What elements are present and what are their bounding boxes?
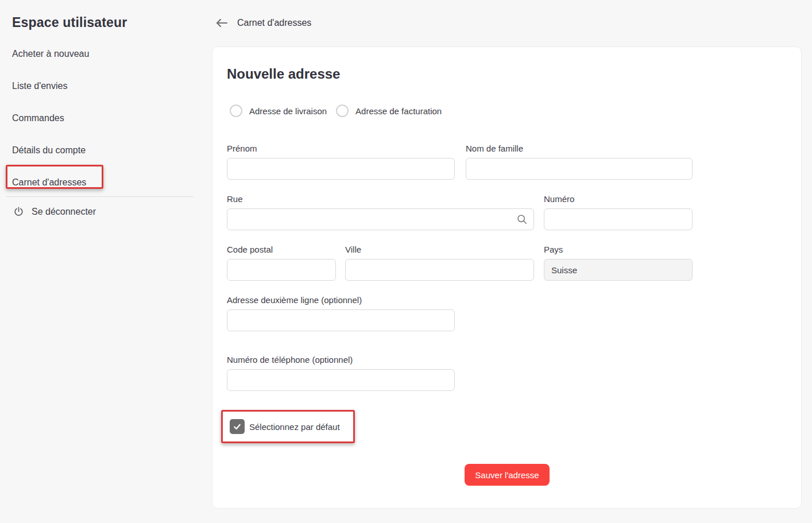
sidebar-item-wishlist[interactable]: Liste d'envies xyxy=(12,76,196,108)
field-phone: Numéro de téléphone (optionnel) xyxy=(227,355,455,391)
default-address-checkbox[interactable]: Sélectionnez par défaut xyxy=(230,419,340,434)
field-address-line2: Adresse deuxième ligne (optionnel) xyxy=(227,295,455,331)
street-input[interactable] xyxy=(227,208,534,230)
field-last-name: Nom de famille xyxy=(466,144,693,180)
last-name-input[interactable] xyxy=(466,158,693,180)
checkbox-label: Sélectionnez par défaut xyxy=(249,422,340,432)
sidebar-item-label: Carnet d'adresses xyxy=(12,177,86,187)
field-country: Pays xyxy=(544,245,693,281)
radio-circle-icon[interactable] xyxy=(336,104,349,117)
postal-code-input[interactable] xyxy=(227,259,336,281)
street-label: Rue xyxy=(227,194,534,204)
sidebar-item-address-book[interactable]: Carnet d'adresses xyxy=(12,172,196,204)
sidebar-item-label: Commandes xyxy=(12,113,64,123)
address-line2-label: Adresse deuxième ligne (optionnel) xyxy=(227,295,455,305)
sidebar-title: Espace utilisateur xyxy=(12,15,127,30)
radio-label: Adresse de facturation xyxy=(355,106,442,116)
sidebar-divider xyxy=(6,196,194,197)
sidebar-item-orders[interactable]: Commandes xyxy=(12,108,196,140)
checkbox-checked-icon[interactable] xyxy=(230,419,245,434)
sidebar-item-buy-again[interactable]: Acheter à nouveau xyxy=(12,44,196,76)
phone-input[interactable] xyxy=(227,369,455,391)
field-postal-code: Code postal xyxy=(227,245,336,281)
field-first-name: Prénom xyxy=(227,144,455,180)
city-input[interactable] xyxy=(345,259,534,281)
last-name-label: Nom de famille xyxy=(466,144,693,154)
city-label: Ville xyxy=(345,245,534,255)
postal-code-label: Code postal xyxy=(227,245,336,255)
radio-circle-icon[interactable] xyxy=(230,104,242,117)
page-header: Carnet d'adresses xyxy=(215,16,311,30)
logout-label: Se déconnecter xyxy=(32,207,96,217)
address-line2-input[interactable] xyxy=(227,309,455,331)
field-number: Numéro xyxy=(544,194,693,230)
back-arrow-icon[interactable] xyxy=(215,16,229,30)
number-input[interactable] xyxy=(544,208,693,230)
power-icon xyxy=(13,206,24,217)
save-address-button[interactable]: Sauver l'adresse xyxy=(465,464,550,486)
sidebar-item-label: Détails du compte xyxy=(12,145,86,155)
new-address-card: Nouvelle adresse Adresse de livraison Ad… xyxy=(212,47,802,509)
phone-label: Numéro de téléphone (optionnel) xyxy=(227,355,455,365)
country-label: Pays xyxy=(544,245,693,255)
first-name-input[interactable] xyxy=(227,158,455,180)
radio-shipping-address[interactable]: Adresse de livraison xyxy=(230,104,327,117)
country-input xyxy=(544,259,693,281)
form-title: Nouvelle adresse xyxy=(227,66,340,82)
radio-label: Adresse de livraison xyxy=(249,106,327,116)
sidebar-item-label: Liste d'envies xyxy=(12,81,67,91)
number-label: Numéro xyxy=(544,194,693,204)
first-name-label: Prénom xyxy=(227,144,455,154)
field-street: Rue xyxy=(227,194,534,230)
sidebar: Espace utilisateur Acheter à nouveau Lis… xyxy=(0,0,207,523)
sidebar-nav: Acheter à nouveau Liste d'envies Command… xyxy=(12,44,196,204)
address-type-radios: Adresse de livraison Adresse de facturat… xyxy=(230,104,442,117)
radio-billing-address[interactable]: Adresse de facturation xyxy=(336,104,442,117)
sidebar-item-account-details[interactable]: Détails du compte xyxy=(12,140,196,172)
sidebar-item-label: Acheter à nouveau xyxy=(12,49,89,59)
field-city: Ville xyxy=(345,245,534,281)
breadcrumb: Carnet d'adresses xyxy=(237,18,311,28)
logout-button[interactable]: Se déconnecter xyxy=(13,206,96,217)
